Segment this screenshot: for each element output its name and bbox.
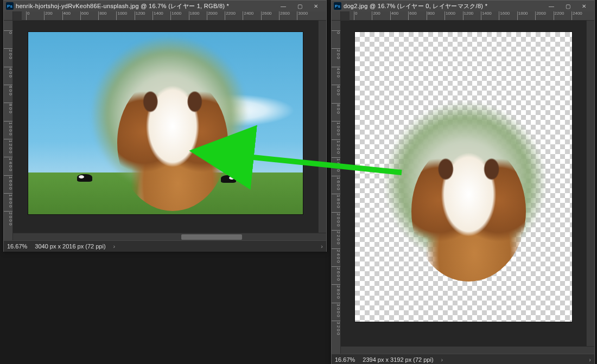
- maximize-icon: ▢: [566, 3, 570, 9]
- ruler-vertical[interactable]: 02 0 04 0 06 0 08 0 01 0 0 01 2 0 01 4 0…: [332, 21, 341, 354]
- ruler-horizontal[interactable]: 0200400600800100012001400160018002000220…: [22, 11, 326, 21]
- document-window-1[interactable]: Ps henrik-hjortshoj-ydRvKeoh86E-unsplash…: [3, 0, 327, 252]
- maximize-button[interactable]: ▢: [291, 1, 308, 11]
- ruler-tick: 2000: [207, 11, 218, 20]
- ruler-tick: 2400: [243, 11, 253, 20]
- ruler-tick: 6 0 0: [4, 85, 12, 95]
- ruler-tick: 2600: [261, 11, 272, 20]
- close-icon: ✕: [582, 3, 586, 9]
- ruler-tick: 1 2 0 0: [332, 139, 340, 154]
- ruler-tick: 2 2 0 0: [332, 230, 340, 244]
- status-bar: 16.67% 3040 px x 2016 px (72 ppi) › ›: [4, 240, 326, 252]
- ruler-tick: 600: [408, 11, 416, 20]
- close-button[interactable]: ✕: [576, 1, 592, 11]
- dog-composite: [88, 27, 251, 211]
- photoshop-icon: Ps: [334, 2, 341, 10]
- ruler-tick: 1800: [517, 11, 528, 20]
- ruler-tick: 1600: [499, 11, 510, 20]
- ruler-tick: 1 4 0 0: [332, 157, 340, 171]
- ruler-tick: 2000: [535, 11, 546, 20]
- canvas[interactable]: [13, 21, 318, 233]
- ruler-tick: 8 0 0: [332, 103, 340, 114]
- ruler-tick: 1 8 0 0: [4, 193, 12, 207]
- scroll-thumb[interactable]: [181, 234, 243, 240]
- ruler-tick: 2 8 0 0: [332, 284, 340, 298]
- close-button[interactable]: ✕: [308, 1, 324, 11]
- close-icon: ✕: [314, 3, 318, 9]
- document-dimensions: 3040 px x 2016 px (72 ppi): [35, 243, 105, 250]
- document-dimensions: 2394 px x 3192 px (72 ppi): [363, 356, 433, 363]
- ruler-tick: 2 4 0 0: [332, 248, 340, 263]
- scrollbar-horizontal[interactable]: [13, 233, 319, 240]
- document-title: dog2.jpg @ 16.7% (レイヤー 0, レイヤーマスク/8) *: [344, 2, 541, 10]
- chevron-right-icon[interactable]: ›: [589, 356, 591, 363]
- document-title: henrik-hjortshoj-ydRvKeoh86E-unsplash.jp…: [16, 2, 273, 10]
- ruler-vertical[interactable]: 02 0 04 0 06 0 08 0 01 0 0 01 2 0 01 4 0…: [4, 21, 13, 240]
- title-bar[interactable]: Ps dog2.jpg @ 16.7% (レイヤー 0, レイヤーマスク/8) …: [332, 1, 594, 11]
- scroll-corner: [319, 233, 326, 240]
- ruler-tick: 0: [332, 30, 340, 34]
- document-image: [354, 31, 573, 322]
- zoom-level[interactable]: 16.67%: [335, 356, 355, 363]
- minimize-button[interactable]: —: [543, 1, 560, 11]
- ruler-tick: 1600: [170, 11, 181, 20]
- ruler-tick: 1400: [481, 11, 492, 20]
- canvas[interactable]: [341, 21, 586, 346]
- ruler-tick: 1 0 0 0: [4, 121, 12, 135]
- chevron-right-icon[interactable]: ›: [113, 243, 116, 250]
- ruler-tick: 2 0 0: [4, 48, 12, 59]
- ruler-tick: 8 0 0: [4, 103, 12, 113]
- ruler-tick: 1 4 0 0: [4, 157, 12, 171]
- ruler-tick: 1 2 0 0: [4, 139, 12, 153]
- ruler-tick: 1 6 0 0: [4, 175, 12, 189]
- scrollbar-vertical[interactable]: [318, 21, 326, 233]
- ruler-tick: 0: [354, 11, 357, 20]
- chevron-right-icon[interactable]: ›: [441, 356, 443, 363]
- status-bar: 16.67% 2394 px x 3192 px (72 ppi) › ›: [332, 354, 594, 364]
- scrollbar-horizontal[interactable]: [341, 346, 587, 354]
- ruler-tick: 2 0 0 0: [332, 212, 340, 226]
- minimize-button[interactable]: —: [275, 1, 291, 11]
- title-bar[interactable]: Ps henrik-hjortshoj-ydRvKeoh86E-unsplash…: [4, 1, 326, 11]
- photoshop-icon: Ps: [6, 2, 14, 10]
- ruler-tick: 1 8 0 0: [332, 194, 340, 208]
- ruler-tick: 1 6 0 0: [332, 176, 340, 190]
- ruler-tick: 4 0 0: [4, 67, 12, 78]
- ruler-tick: 3 2 0 0: [332, 321, 340, 335]
- minimize-icon: —: [281, 3, 286, 9]
- ruler-tick: 2 0 0: [332, 48, 340, 59]
- ruler-tick: 1200: [463, 11, 474, 20]
- dog-masked: [381, 92, 549, 282]
- ruler-tick: 0: [26, 11, 29, 20]
- ruler-corner: [4, 11, 13, 21]
- ruler-tick: 3 0 0 0: [332, 303, 340, 317]
- document-window-2[interactable]: Ps dog2.jpg @ 16.7% (レイヤー 0, レイヤーマスク/8) …: [331, 0, 595, 364]
- ruler-tick: 800: [98, 11, 106, 20]
- ruler-tick: 2 0 0 0: [4, 211, 12, 225]
- ruler-tick: 3000: [297, 11, 308, 20]
- ruler-tick: 1 0 0 0: [332, 121, 340, 135]
- ruler-corner: [332, 11, 341, 21]
- maximize-icon: ▢: [297, 3, 302, 9]
- ruler-horizontal[interactable]: 0200400600800100012001400160018002000220…: [350, 11, 594, 21]
- ruler-tick: 1000: [116, 11, 127, 20]
- ruler-tick: 1800: [189, 11, 200, 20]
- scrollbar-vertical[interactable]: [586, 21, 594, 346]
- ruler-tick: 2200: [225, 11, 236, 20]
- scroll-corner: [587, 346, 594, 354]
- ruler-tick: 1400: [153, 11, 163, 20]
- ruler-tick: 2200: [554, 11, 564, 20]
- ruler-tick: 6 0 0: [332, 85, 340, 95]
- ruler-tick: 0: [4, 30, 12, 34]
- ruler-tick: 1000: [444, 11, 455, 20]
- document-image: [28, 31, 303, 215]
- ruler-tick: 2 6 0 0: [332, 266, 340, 280]
- chevron-right-icon[interactable]: ›: [321, 243, 323, 250]
- maximize-button[interactable]: ▢: [560, 1, 576, 11]
- ruler-tick: 200: [44, 11, 52, 20]
- ruler-tick: 200: [372, 11, 380, 20]
- zoom-level[interactable]: 16.67%: [7, 243, 27, 250]
- ruler-tick: 600: [80, 11, 88, 20]
- ruler-tick: 1200: [135, 11, 145, 20]
- ruler-tick: 800: [427, 11, 435, 20]
